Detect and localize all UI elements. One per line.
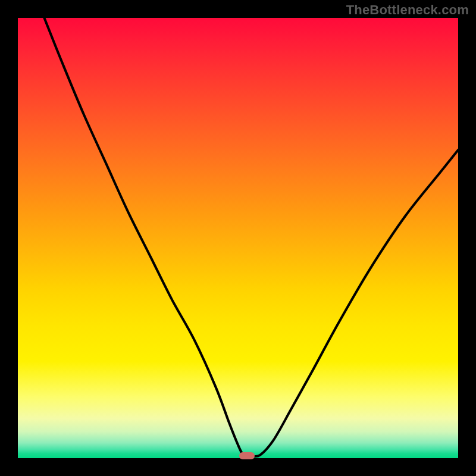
- curve-svg: [18, 18, 458, 458]
- watermark-text: TheBottleneck.com: [346, 2, 469, 18]
- optimal-point-marker: [239, 452, 255, 459]
- plot-area: [18, 18, 458, 458]
- chart-frame: TheBottleneck.com: [0, 0, 476, 476]
- bottleneck-curve-path: [44, 18, 458, 456]
